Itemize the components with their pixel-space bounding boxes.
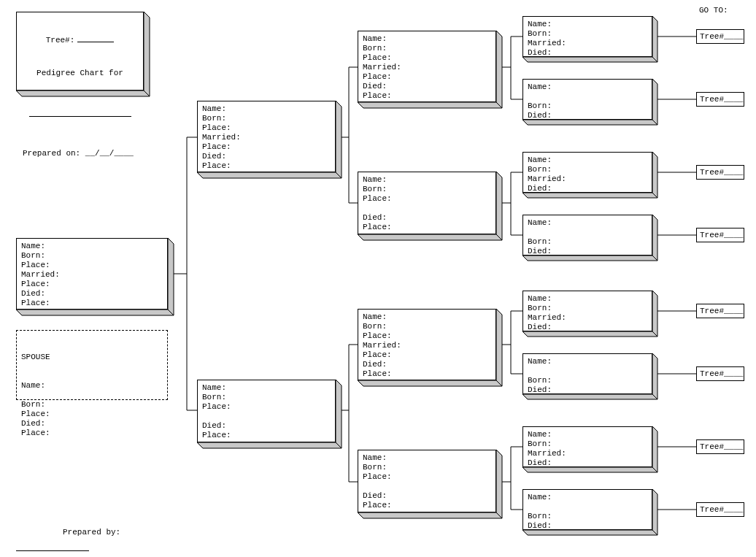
connectors (0, 0, 756, 557)
pedigree-chart: GO TO: Tree#: Pedigree Chart for Prepare… (0, 0, 756, 557)
